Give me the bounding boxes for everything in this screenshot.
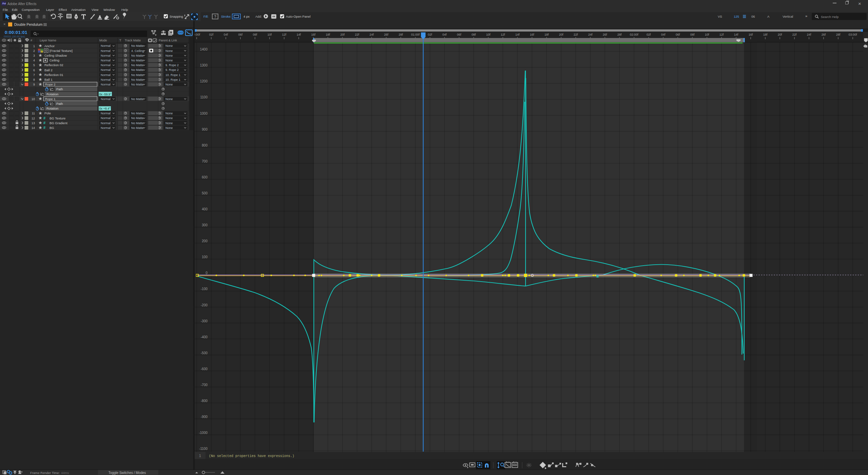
svg-text:-800: -800	[201, 399, 208, 403]
svg-text:(No selected properties have e: (No selected properties have expressions…	[209, 454, 294, 458]
svg-text:1: 1	[199, 454, 201, 458]
svg-text:03:00f: 03:00f	[848, 33, 857, 36]
svg-text:28f: 28f	[399, 33, 403, 36]
svg-text:24f: 24f	[807, 33, 811, 36]
svg-text:20f: 20f	[559, 33, 564, 36]
svg-text:08f: 08f	[472, 33, 476, 36]
svg-text:20f: 20f	[778, 33, 782, 36]
svg-text:10f: 10f	[268, 33, 272, 36]
svg-text:10f: 10f	[705, 33, 709, 36]
svg-text:12f: 12f	[501, 33, 505, 36]
svg-text:26f: 26f	[822, 33, 826, 36]
svg-text:300: 300	[202, 223, 208, 227]
svg-text:28f: 28f	[617, 33, 622, 36]
svg-text:08f: 08f	[253, 33, 257, 36]
svg-text:-200: -200	[201, 303, 208, 307]
svg-text:1300: 1300	[200, 63, 208, 67]
svg-text:0: 0	[205, 271, 208, 275]
svg-text:1000: 1000	[200, 112, 208, 115]
svg-text:04f: 04f	[661, 33, 666, 36]
svg-text:18f: 18f	[763, 33, 768, 36]
svg-text:-300: -300	[201, 319, 208, 323]
svg-text:200: 200	[202, 239, 208, 243]
svg-text:-100: -100	[201, 287, 208, 291]
svg-text:-1000: -1000	[199, 431, 208, 435]
svg-text:16f: 16f	[749, 33, 753, 36]
svg-text:02f: 02f	[209, 33, 214, 36]
svg-text:1100: 1100	[200, 95, 208, 99]
svg-text:28f: 28f	[836, 33, 841, 36]
svg-text:-1100: -1100	[199, 447, 208, 451]
svg-text:1200: 1200	[200, 79, 208, 83]
svg-text:14f: 14f	[297, 33, 301, 36]
svg-text:-500: -500	[201, 351, 208, 355]
svg-text:22f: 22f	[574, 33, 578, 36]
svg-text:04f: 04f	[224, 33, 228, 36]
svg-text:08f: 08f	[690, 33, 695, 36]
svg-text:800: 800	[202, 144, 208, 147]
svg-text:22f: 22f	[355, 33, 359, 36]
svg-text:400: 400	[202, 207, 208, 211]
svg-text:-900: -900	[201, 415, 208, 419]
svg-text:12f: 12f	[719, 33, 724, 36]
svg-text:1400: 1400	[200, 48, 208, 51]
svg-text:700: 700	[202, 159, 208, 163]
svg-text:10f: 10f	[486, 33, 491, 36]
svg-text:-400: -400	[201, 335, 208, 339]
svg-text:24f: 24f	[588, 33, 593, 36]
svg-text:16f: 16f	[311, 33, 316, 36]
svg-text:06f: 06f	[457, 33, 461, 36]
svg-text:100: 100	[202, 255, 208, 259]
svg-text:01:00f: 01:00f	[411, 33, 420, 36]
svg-text:20f: 20f	[340, 33, 345, 36]
svg-text:-600: -600	[201, 367, 208, 371]
svg-text:24f: 24f	[370, 33, 374, 36]
svg-text:06f: 06f	[676, 33, 680, 36]
svg-text:600: 600	[202, 175, 208, 179]
svg-text:02f: 02f	[428, 33, 432, 36]
svg-text:26f: 26f	[384, 33, 389, 36]
svg-text:02f: 02f	[647, 33, 651, 36]
svg-text:900: 900	[202, 128, 208, 131]
svg-text:-700: -700	[201, 383, 208, 387]
svg-text:26f: 26f	[603, 33, 607, 36]
svg-text:22f: 22f	[792, 33, 797, 36]
svg-text:14f: 14f	[515, 33, 520, 36]
svg-text:04f: 04f	[442, 33, 447, 36]
svg-text:12f: 12f	[282, 33, 287, 36]
svg-text:16f: 16f	[530, 33, 534, 36]
svg-text:18f: 18f	[326, 33, 330, 36]
svg-text:500: 500	[202, 191, 208, 195]
svg-text:18f: 18f	[545, 33, 549, 36]
svg-text:14f: 14f	[734, 33, 738, 36]
svg-text:02:00f: 02:00f	[630, 33, 638, 36]
svg-text:06f: 06f	[238, 33, 243, 36]
